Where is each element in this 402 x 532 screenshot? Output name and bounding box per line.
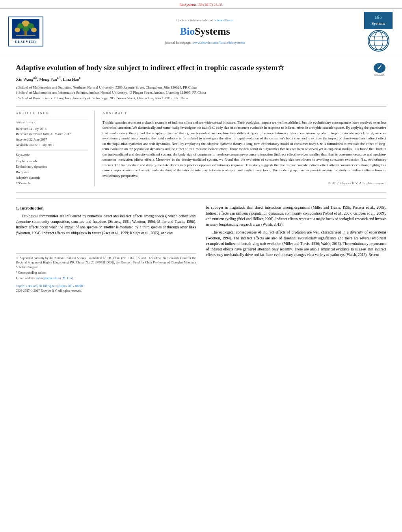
- issn-line: 0303-2647/© 2017 Elsevier B.V. All right…: [16, 289, 196, 293]
- keyword-1: Trophic cascade: [16, 159, 88, 164]
- body-col-left: 1. Introduction Ecological communities a…: [16, 205, 196, 294]
- info-divider: [16, 119, 88, 119]
- intro-para-3: The ecological consequences of indirect …: [206, 230, 387, 258]
- intro-number: 1.: [16, 206, 19, 210]
- journal-ref-text: BioSystems 159 (2017) 23–35: [179, 3, 223, 7]
- journal-title-systems: Systems: [195, 26, 230, 37]
- biosystems-systems: Systems: [372, 21, 385, 26]
- affiliation-c: c School of Basic Science, Changchun Uni…: [16, 96, 367, 101]
- abstract-text: Trophic cascades represent a classic exa…: [102, 120, 386, 179]
- email-footnote: E-mail address: mfan@nenu.edu.cn (M. Fan…: [16, 276, 196, 280]
- elsevier-logo: ELSEVIER: [8, 17, 47, 47]
- body-col-right: be stronger in magnitude than direct int…: [206, 205, 387, 294]
- keyword-5: CSS-stable: [16, 181, 88, 186]
- body-section: 1. Introduction Ecological communities a…: [16, 205, 386, 294]
- svg-rect-7: [24, 31, 27, 35]
- journal-header: ELSEVIER Contents lists available at Sci…: [0, 8, 402, 55]
- biosystems-logo-box: Bio Systems: [364, 12, 393, 29]
- affiliations: a School of Mathematics and Statistics, …: [16, 85, 367, 101]
- available-date: Available online 3 July 2017: [16, 143, 88, 148]
- crossmark-logo[interactable]: ✓ CrossMark: [372, 63, 386, 77]
- article-title-section: Adaptive evolution of body size subject …: [16, 55, 386, 107]
- accepted-date: Accepted 22 June 2017: [16, 137, 88, 142]
- homepage-label: journal homepage:: [165, 41, 192, 44]
- page: BioSystems 159 (2017) 23–35 ELSEVIER: [0, 0, 402, 532]
- doi-line: http://dx.doi.org/10.1016/j.biosystems.2…: [16, 284, 196, 289]
- journal-homepage: journal homepage: www.elsevier.com/locat…: [47, 40, 363, 45]
- author-meng-sup: a,*: [57, 76, 61, 80]
- article-info-column: ARTICLE INFO Article history: Received 1…: [16, 111, 95, 186]
- crossmark-text: CrossMark: [374, 73, 385, 76]
- author-meng: Meng Fan: [39, 77, 57, 82]
- keyword-2: Evolutionary dynamics: [16, 165, 88, 169]
- keywords-divider: [16, 150, 88, 150]
- affiliation-a: a School of Mathematics and Statistics, …: [16, 85, 367, 91]
- svg-point-6: [31, 28, 37, 32]
- intro-para-2: be stronger in magnitude than direct int…: [206, 205, 387, 227]
- journal-reference: BioSystems 159 (2017) 23–35: [0, 0, 402, 8]
- abstract-column: ABSTRACT Trophic cascades represent a cl…: [102, 111, 386, 186]
- email-label: E-mail address:: [16, 276, 35, 280]
- homepage-url[interactable]: www.elsevier.com/locate/biosystems: [192, 41, 245, 44]
- author-xin: Xin Wang: [16, 77, 33, 82]
- biosystems-bio: Bio: [375, 15, 382, 20]
- history-label: Article history:: [16, 120, 88, 125]
- biosystems-globe-icon: [368, 30, 389, 52]
- crossmark-circle-icon: ✓: [374, 63, 385, 73]
- elsevier-tree-icon: [12, 19, 39, 39]
- author-lina: Lina Hao: [63, 77, 79, 82]
- article-title: Adaptive evolution of body size subject …: [16, 63, 367, 73]
- sciencedirect-link[interactable]: ScienceDirect: [214, 18, 233, 22]
- footnote-divider: [16, 247, 63, 247]
- journal-header-center: Contents lists available at ScienceDirec…: [47, 18, 363, 45]
- intro-para-1: Ecological communities are influenced by…: [16, 213, 196, 236]
- intro-title: Introduction: [20, 206, 44, 210]
- abstract-divider: [102, 119, 386, 119]
- article-info-header: ARTICLE INFO: [16, 111, 88, 116]
- copyright-line: © 2017 Elsevier B.V. All rights reserved…: [102, 181, 386, 186]
- contents-label: Contents lists available at: [177, 18, 213, 22]
- intro-section-header: 1. Introduction: [16, 205, 196, 211]
- footnotes: ☆ Supported partially by the National Na…: [16, 253, 196, 293]
- revised-date: Received in revised form 21 March 2017: [16, 132, 88, 137]
- svg-point-4: [15, 28, 20, 32]
- journal-title-bio: Bio: [180, 26, 195, 37]
- elsevier-text: ELSEVIER: [15, 39, 36, 44]
- keyword-4: Adaptive dynamic: [16, 176, 88, 180]
- article-content: Adaptive evolution of body size subject …: [0, 55, 402, 294]
- authors-line: Xin Wanga,b, Meng Fana,*, Lina Haoc: [16, 76, 367, 82]
- received-date: Received 14 July 2016: [16, 127, 88, 132]
- author-lina-sup: c: [79, 76, 81, 80]
- biosystems-logo: Bio Systems: [363, 12, 394, 52]
- journal-title: BioSystems: [47, 24, 363, 39]
- article-title-block: Adaptive evolution of body size subject …: [16, 63, 367, 102]
- keyword-3: Body size: [16, 170, 88, 175]
- corresponding-note: * Corresponding author.: [16, 271, 196, 275]
- info-abstract-section: ARTICLE INFO Article history: Received 1…: [16, 111, 386, 193]
- doi-link[interactable]: http://dx.doi.org/10.1016/j.biosystems.2…: [16, 284, 84, 288]
- author-xin-sup: a,b: [33, 76, 37, 80]
- contents-line: Contents lists available at ScienceDirec…: [47, 18, 363, 23]
- affiliation-b: b School of Mathematics and Information …: [16, 90, 367, 96]
- abstract-header: ABSTRACT: [102, 111, 386, 116]
- email-link[interactable]: mfan@nenu.edu.cn (M. Fan).: [36, 276, 74, 280]
- body-divider: [16, 198, 386, 199]
- star-footnote: ☆ Supported partially by the National Na…: [16, 256, 196, 269]
- footnote-section: ☆ Supported partially by the National Na…: [16, 247, 196, 293]
- biosystems-circle-icon: [368, 30, 389, 52]
- keywords-label: Keywords:: [16, 153, 88, 158]
